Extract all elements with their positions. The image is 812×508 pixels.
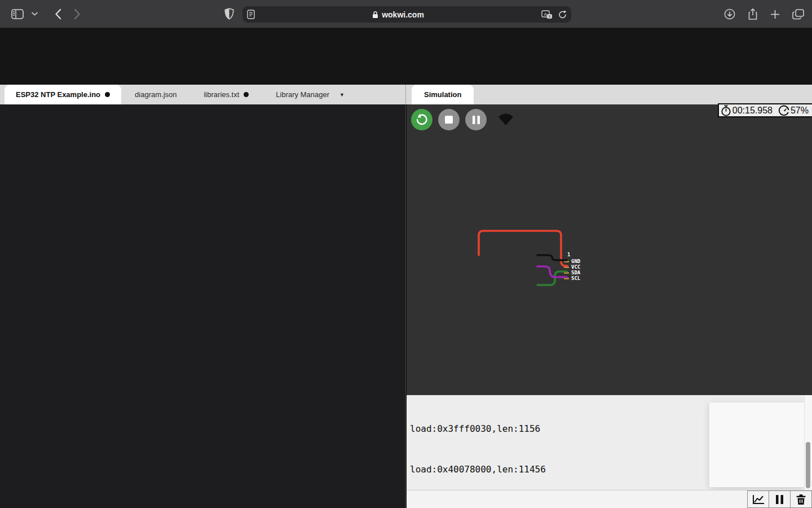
translate-icon[interactable]: Ax [541, 10, 553, 19]
browser-toolbar: wokwi.com Ax [0, 0, 812, 28]
lcd-pin-sda[interactable]: SDA [563, 270, 580, 275]
svg-text:A: A [544, 11, 548, 16]
reload-icon[interactable] [558, 10, 567, 19]
simulation-controls [411, 109, 514, 130]
tab-ino-file[interactable]: ESP32 NTP Example.ino [5, 85, 121, 104]
modified-dot [244, 92, 249, 97]
lcd-pin-gnd[interactable]: GND [563, 259, 580, 264]
tab-bars: ESP32 NTP Example.ino diagram.json libra… [0, 85, 812, 104]
pause-output-button[interactable] [769, 491, 791, 508]
privacy-shield-icon[interactable] [224, 8, 234, 20]
lcd-pin-scl[interactable]: SCL [563, 275, 580, 281]
page: wokwi.com Ax [0, 0, 812, 508]
tab-overview-icon[interactable] [792, 9, 804, 20]
toolbar-left [0, 8, 231, 20]
pause-simulation-button[interactable] [465, 109, 487, 130]
sidebar-chevron-down-icon[interactable] [32, 12, 38, 16]
elapsed-time: 00:15.958 [732, 106, 773, 116]
share-icon[interactable] [748, 8, 758, 20]
plot-button[interactable] [747, 491, 769, 508]
restart-simulation-button[interactable] [411, 109, 433, 130]
tab-label: ESP32 NTP Example.ino [16, 90, 100, 99]
performance-meter: 00:15.958 57% [718, 103, 812, 117]
tab-libraries-txt[interactable]: libraries.txt [190, 85, 262, 104]
serial-toolbar [407, 490, 812, 508]
sidebar-toggle-icon[interactable] [11, 9, 24, 19]
gauge-icon [778, 105, 789, 116]
tab-label: Library Manager [276, 90, 329, 99]
serial-monitor[interactable]: load:0x3fff0030,len:1156 load:0x40078000… [407, 395, 812, 490]
toolbar-right [724, 0, 804, 28]
editor-tabbar: ESP32 NTP Example.ino diagram.json libra… [0, 85, 406, 104]
new-tab-icon[interactable] [770, 10, 780, 19]
floating-panel [709, 402, 805, 487]
simulation-pane: 00:15.958 57% ESP32 [407, 104, 812, 395]
forward-button-icon[interactable] [74, 8, 81, 20]
address-url[interactable]: wokwi.com [382, 10, 424, 19]
address-text-group: wokwi.com [255, 10, 541, 19]
tab-simulation[interactable]: Simulation [412, 85, 474, 104]
tab-diagram-json[interactable]: diagram.json [121, 85, 190, 104]
address-bar[interactable]: wokwi.com Ax [242, 6, 571, 23]
downloads-icon[interactable] [724, 8, 735, 20]
page-header-strip [0, 28, 812, 85]
cpu-load: 57% [791, 106, 809, 116]
wifi-status-icon[interactable] [498, 113, 514, 126]
lcd-pin-number: 1 [567, 252, 570, 257]
tab-label: Simulation [424, 90, 461, 99]
simulation-tabbar: Simulation [406, 85, 811, 104]
lock-icon [372, 11, 378, 19]
tab-label: libraries.txt [204, 90, 239, 99]
reader-view-icon[interactable] [247, 10, 255, 19]
code-editor-pane[interactable] [0, 104, 406, 508]
stop-simulation-button[interactable] [438, 109, 460, 130]
modified-dot [105, 92, 110, 97]
tab-label: diagram.json [135, 90, 176, 99]
chevron-down-icon: ▼ [339, 92, 345, 98]
lcd-pin-vcc[interactable]: VCC [563, 264, 580, 270]
stopwatch-icon [721, 105, 731, 116]
scrollbar-thumb[interactable] [806, 442, 810, 488]
tab-library-manager[interactable]: Library Manager ▼ [262, 85, 358, 104]
clear-output-button[interactable] [790, 491, 812, 508]
serial-scrollbar[interactable] [804, 395, 812, 490]
back-button-icon[interactable] [55, 8, 61, 20]
